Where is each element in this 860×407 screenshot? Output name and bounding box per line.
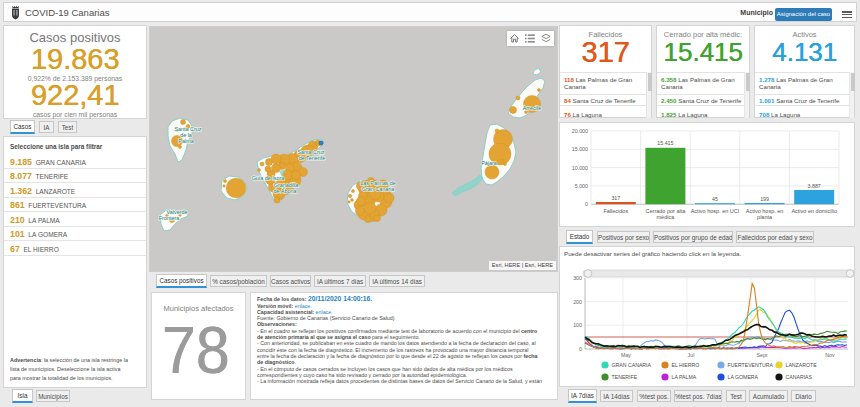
svg-text:0: 0 xyxy=(579,346,582,352)
svg-text:LA GOMERA: LA GOMERA xyxy=(728,374,759,380)
svg-text:FUERTEVENTURA: FUERTEVENTURA xyxy=(728,362,774,368)
svg-text:Arrecife: Arrecife xyxy=(523,105,542,111)
svg-text:Guía de Isora: Guía de Isora xyxy=(252,175,285,181)
svg-text:planta: planta xyxy=(757,214,773,220)
svg-text:Pájara: Pájara xyxy=(481,160,497,166)
svg-text:médica: médica xyxy=(657,214,676,220)
svg-text:15.000: 15.000 xyxy=(572,146,588,152)
svg-text:May: May xyxy=(621,352,631,358)
svg-text:LA PALMA: LA PALMA xyxy=(672,374,697,380)
svg-text:Jul: Jul xyxy=(688,352,695,358)
svg-text:0: 0 xyxy=(585,201,588,207)
svg-text:Activo hosp. en UCI: Activo hosp. en UCI xyxy=(691,208,740,214)
svg-text:3.887: 3.887 xyxy=(808,183,821,189)
svg-text:TENERIFE: TENERIFE xyxy=(612,374,638,380)
svg-text:45: 45 xyxy=(712,196,718,202)
svg-text:199: 199 xyxy=(760,196,769,202)
svg-text:20.000: 20.000 xyxy=(572,128,588,134)
svg-text:Sept: Sept xyxy=(757,352,768,358)
svg-text:Cerrado por alta: Cerrado por alta xyxy=(646,208,687,214)
svg-text:Palma: Palma xyxy=(178,138,193,144)
svg-text:de Tenerife: de Tenerife xyxy=(299,155,326,161)
svg-text:200: 200 xyxy=(573,299,582,305)
svg-text:317: 317 xyxy=(611,195,620,201)
svg-text:300: 300 xyxy=(573,275,582,281)
svg-text:EL HIERRO: EL HIERRO xyxy=(672,362,700,368)
svg-text:5.000: 5.000 xyxy=(575,183,588,189)
svg-text:GRAN CANARIA: GRAN CANARIA xyxy=(612,362,652,368)
svg-text:10.000: 10.000 xyxy=(572,165,588,171)
svg-text:CANARIAS: CANARIAS xyxy=(786,374,813,380)
svg-text:de Abona: de Abona xyxy=(274,188,297,194)
svg-text:100: 100 xyxy=(573,322,582,328)
svg-text:Frontera: Frontera xyxy=(159,215,179,221)
svg-text:LANZAROTE: LANZAROTE xyxy=(786,362,818,368)
svg-text:Fallecidos: Fallecidos xyxy=(603,208,628,214)
svg-text:Nov: Nov xyxy=(825,352,835,358)
svg-text:Activo hosp. en: Activo hosp. en xyxy=(746,208,784,214)
svg-text:15.415: 15.415 xyxy=(657,140,673,146)
svg-text:Gran Canaria: Gran Canaria xyxy=(362,186,394,192)
svg-text:Activo en domicilio: Activo en domicilio xyxy=(791,208,837,214)
